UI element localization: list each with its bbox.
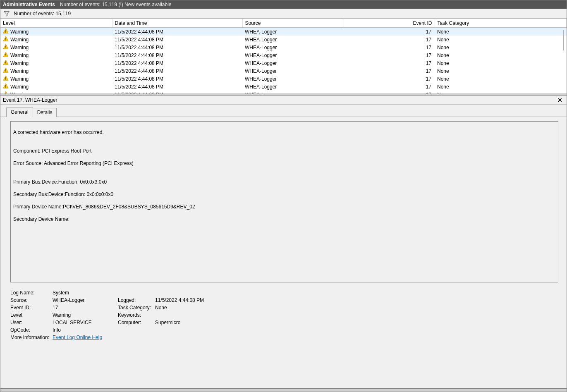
column-header-row[interactable]: Level Date and Time Source Event ID Task… — [0, 19, 567, 28]
cell-taskcat: None — [435, 28, 567, 36]
cell-source: WHEA-Logger — [242, 91, 344, 94]
table-row[interactable]: Warning11/5/2022 4:44:08 PMWHEA-Logger17… — [0, 59, 567, 67]
svg-rect-2 — [5, 38, 6, 39]
prop-label-eventid: Event ID: — [10, 305, 53, 311]
window-bottom-border — [0, 388, 567, 392]
warning-icon — [3, 83, 9, 90]
svg-rect-7 — [5, 56, 6, 56]
detail-pane-header: Event 17, WHEA-Logger ✕ — [0, 96, 567, 105]
cell-datetime: 11/5/2022 4:44:08 PM — [112, 91, 242, 94]
cell-taskcat: None — [435, 75, 567, 83]
cell-datetime: 11/5/2022 4:44:08 PM — [112, 36, 242, 43]
cell-eventid: 17 — [344, 28, 435, 36]
cell-source: WHEA-Logger — [242, 28, 344, 36]
cell-level: Warning — [10, 53, 29, 58]
table-row[interactable]: Warning11/5/2022 4:44:08 PMWHEA-Logger17… — [0, 43, 567, 51]
cell-eventid: 17 — [344, 59, 435, 67]
cell-source: WHEA-Logger — [242, 75, 344, 83]
prop-label-opcode: OpCode: — [10, 327, 53, 333]
close-icon[interactable]: ✕ — [556, 97, 564, 103]
cell-level: Warning — [10, 84, 29, 90]
cell-datetime: 11/5/2022 4:44:08 PM — [112, 75, 242, 83]
table-row[interactable]: Warning11/5/2022 4:44:08 PMWHEA-Logger17… — [0, 36, 567, 43]
cell-eventid: 17 — [344, 51, 435, 59]
desc-line: A corrected hardware error has occurred. — [13, 129, 555, 136]
svg-rect-8 — [5, 61, 6, 63]
prop-label-source: Source: — [10, 297, 53, 303]
prop-value-logname: System — [53, 290, 118, 296]
prop-value-level: Warning — [53, 312, 118, 318]
desc-line: Error Source: Advanced Error Reporting (… — [13, 160, 555, 167]
tab-details[interactable]: Details — [33, 108, 57, 117]
cell-level: Warning — [10, 92, 29, 94]
cell-source: WHEA-Logger — [242, 59, 344, 67]
desc-line: Secondary Device Name: — [13, 216, 555, 222]
col-eventid[interactable]: Event ID — [344, 19, 435, 28]
more-info-link[interactable]: Event Log Online Help — [53, 335, 102, 340]
table-row[interactable]: Warning11/5/2022 4:44:08 PMWHEA-Logger17… — [0, 75, 567, 83]
svg-rect-0 — [5, 30, 6, 31]
cell-level: Warning — [10, 60, 29, 66]
svg-rect-10 — [5, 69, 6, 71]
cell-eventid: 17 — [344, 75, 435, 83]
prop-value-taskcat: None — [155, 305, 558, 311]
table-row[interactable]: Warning11/5/2022 4:44:08 PMWHEA-Logger17… — [0, 83, 567, 91]
cell-datetime: 11/5/2022 4:44:08 PM — [112, 67, 242, 75]
cell-taskcat: None — [435, 51, 567, 59]
cell-eventid: 17 — [344, 43, 435, 51]
window-subtitle: Number of events: 15,119 (!) New events … — [60, 2, 171, 7]
vertical-scrollbar[interactable] — [563, 30, 566, 93]
svg-rect-5 — [5, 48, 6, 48]
prop-label-moreinfo: More Information: — [10, 335, 53, 340]
table-row[interactable]: Warning11/5/2022 4:44:08 PMWHEA-Logger17… — [0, 28, 567, 36]
svg-rect-15 — [5, 87, 6, 88]
cell-taskcat: None — [435, 59, 567, 67]
cell-source: WHEA-Logger — [242, 51, 344, 59]
table-row[interactable]: Warning11/5/2022 4:44:08 PMWHEA-Logger17… — [0, 51, 567, 59]
table-row[interactable]: Warning11/5/2022 4:44:08 PMWHEA-Logger17… — [0, 67, 567, 75]
event-properties: Log Name: System Source: WHEA-Logger Log… — [10, 290, 558, 340]
desc-line: Component: PCI Express Root Port — [13, 148, 555, 154]
prop-label-keywords: Keywords: — [118, 312, 155, 318]
desc-line: Secondary Bus:Device:Function: 0x0:0x0:0… — [13, 191, 555, 198]
svg-rect-12 — [5, 77, 6, 79]
col-taskcat[interactable]: Task Category — [435, 19, 567, 28]
prop-value-user: LOCAL SERVICE — [53, 320, 118, 325]
prop-value-logged: 11/5/2022 4:44:08 PM — [155, 297, 558, 303]
svg-rect-16 — [5, 93, 6, 94]
cell-level: Warning — [10, 76, 29, 82]
prop-label-logged: Logged: — [118, 297, 155, 303]
event-description[interactable]: A corrected hardware error has occurred.… — [10, 121, 558, 282]
window-title: Administrative Events — [3, 2, 55, 7]
col-level[interactable]: Level — [0, 19, 112, 28]
cell-taskcat: None — [435, 67, 567, 75]
warning-icon — [3, 52, 9, 59]
detail-title: Event 17, WHEA-Logger — [3, 97, 57, 103]
prop-value-source: WHEA-Logger — [53, 297, 118, 303]
cell-source: WHEA-Logger — [242, 36, 344, 43]
svg-rect-11 — [5, 72, 6, 72]
event-grid[interactable]: Level Date and Time Source Event ID Task… — [0, 19, 567, 94]
cell-eventid: 17 — [344, 91, 435, 94]
warning-icon — [3, 36, 9, 43]
cell-source: WHEA-Logger — [242, 43, 344, 51]
svg-rect-6 — [5, 53, 6, 55]
cell-datetime: 11/5/2022 4:44:08 PM — [112, 43, 242, 51]
tab-general[interactable]: General — [6, 108, 33, 117]
cell-taskcat: None — [435, 91, 567, 94]
prop-value-opcode: Info — [53, 327, 118, 333]
filter-bar: Number of events: 15,119 — [0, 9, 567, 19]
filter-icon[interactable] — [4, 11, 10, 17]
cell-eventid: 17 — [344, 36, 435, 43]
table-row[interactable]: Warning11/5/2022 4:44:08 PMWHEA-Logger17… — [0, 91, 567, 94]
cell-source: WHEA-Logger — [242, 67, 344, 75]
prop-label-taskcat: Task Category: — [118, 305, 155, 311]
cell-datetime: 11/5/2022 4:44:08 PM — [112, 28, 242, 36]
prop-label-level: Level: — [10, 312, 53, 318]
window-title-bar: Administrative Events Number of events: … — [0, 0, 567, 9]
svg-rect-1 — [5, 32, 6, 33]
svg-rect-13 — [5, 79, 6, 80]
cell-level: Warning — [10, 37, 29, 43]
col-source[interactable]: Source — [242, 19, 344, 28]
col-datetime[interactable]: Date and Time — [112, 19, 242, 28]
